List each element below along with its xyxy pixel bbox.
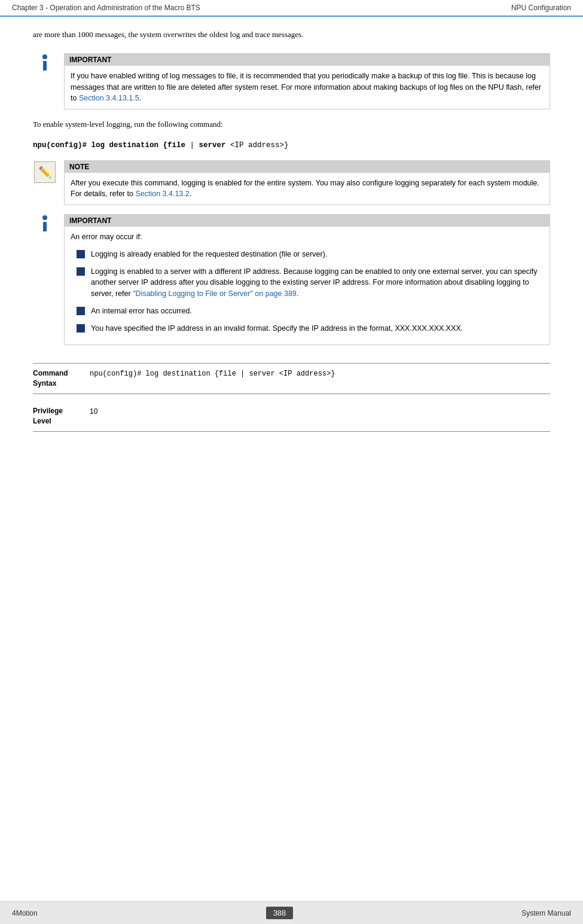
- bullet-list: Logging is already enabled for the reque…: [77, 249, 544, 334]
- important-content-1: IMPORTANT If you have enabled writing of…: [64, 53, 550, 109]
- note-body: After you execute this command, logging …: [65, 173, 550, 205]
- info-icon: [36, 54, 53, 74]
- page-number: 388: [266, 907, 294, 919]
- important-label-2: IMPORTANT: [65, 215, 550, 227]
- privilege-level-row: PrivilegeLevel 10: [33, 406, 550, 432]
- note-label: NOTE: [65, 161, 550, 173]
- footer-title: System Manual: [521, 909, 571, 917]
- info-icon-2: [36, 215, 53, 234]
- important-intro: An error may occur if:: [71, 231, 544, 243]
- note-icon-wrapper: ✏️: [33, 161, 57, 183]
- bullet-text-2: Logging is enabled to a server with a di…: [91, 266, 544, 300]
- important-icon-2: [33, 215, 57, 234]
- important-box-1: IMPORTANT If you have enabled writing of…: [33, 53, 550, 109]
- important-icon-1: [33, 54, 57, 74]
- intro-paragraph: are more than 1000 messages, the system …: [33, 29, 550, 41]
- header-section: NPU Configuration: [511, 4, 571, 12]
- page-header: Chapter 3 - Operation and Administration…: [0, 0, 583, 17]
- command-syntax-value: npu(config)# log destination {file | ser…: [81, 368, 550, 378]
- enable-logging-text: To enable system-level logging, run the …: [33, 118, 550, 131]
- footer-brand: 4Motion: [12, 909, 38, 917]
- important-body-text-1: If you have enabled writing of log messa…: [71, 72, 541, 103]
- command-syntax-row: CommandSyntax npu(config)# log destinati…: [33, 368, 550, 394]
- bullet-text-3: An internal error has occurred.: [91, 306, 192, 317]
- metadata-section: CommandSyntax npu(config)# log destinati…: [33, 363, 550, 431]
- command-block-1: npu(config)# log destination {file | ser…: [33, 140, 550, 151]
- privilege-level-label: PrivilegeLevel: [33, 406, 81, 426]
- privilege-level-value: 10: [81, 406, 550, 416]
- bullet-item-4: You have specified the IP address in an …: [77, 323, 544, 334]
- main-content: are more than 1000 messages, the system …: [0, 17, 583, 456]
- section-link-1[interactable]: Section 3.4.13.1.5: [79, 94, 139, 102]
- header-chapter: Chapter 3 - Operation and Administration…: [12, 4, 200, 12]
- bullet-item-3: An internal error has occurred.: [77, 306, 544, 317]
- bullet-square-2: [77, 267, 85, 276]
- note-content: NOTE After you execute this command, log…: [64, 160, 550, 206]
- disabling-logging-link[interactable]: "Disabling Logging to File or Server" on…: [133, 289, 297, 298]
- important-label-1: IMPORTANT: [65, 54, 550, 66]
- important-body-1: If you have enabled writing of log messa…: [65, 66, 550, 109]
- bullet-square-3: [77, 307, 85, 315]
- important-box-2: IMPORTANT An error may occur if: Logging…: [33, 214, 550, 345]
- section-link-2[interactable]: Section 3.4.13.2: [135, 190, 189, 198]
- bullet-text-4: You have specified the IP address in an …: [91, 323, 463, 334]
- command-syntax-label: CommandSyntax: [33, 368, 81, 389]
- note-body-suffix: .: [190, 190, 191, 198]
- bullet-item-2: Logging is enabled to a server with a di…: [77, 266, 544, 300]
- page-footer: 4Motion 388 System Manual: [0, 901, 583, 924]
- bullet-text-1: Logging is already enabled for the reque…: [91, 249, 327, 260]
- bullet-item-1: Logging is already enabled for the reque…: [77, 249, 544, 260]
- bullet-square-4: [77, 324, 85, 333]
- bullet-square-1: [77, 250, 85, 258]
- important-content-2: IMPORTANT An error may occur if: Logging…: [64, 214, 550, 345]
- important-body-2: An error may occur if: Logging is alread…: [65, 227, 550, 344]
- notepad-icon: ✏️: [34, 161, 56, 183]
- command-text-1: npu(config)# log destination {file | ser…: [33, 141, 289, 150]
- note-box: ✏️ NOTE After you execute this command, …: [33, 160, 550, 206]
